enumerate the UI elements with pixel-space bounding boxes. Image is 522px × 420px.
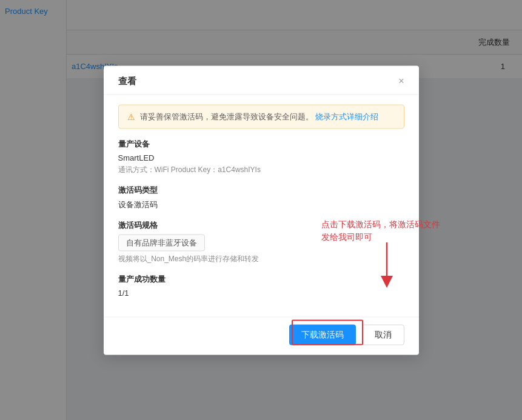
modal-body: 量产设备 SmartLED 通讯方式：WiFi Product Key：a1C4… — [104, 128, 419, 316]
spec-hint: 视频将以_Non_Mesh的码率进行存储和转发 — [118, 253, 404, 264]
mass-device-sub: 通讯方式：WiFi Product Key：a1C4wshIYIs — [118, 164, 404, 175]
mass-device-section: 量产设备 SmartLED 通讯方式：WiFi Product Key：a1C4… — [118, 138, 404, 175]
mass-count-value: 1/1 — [118, 288, 404, 297]
warning-icon: ⚠ — [127, 112, 135, 121]
activation-type-value: 设备激活码 — [118, 199, 404, 210]
download-button[interactable]: 下载激活码 — [289, 324, 356, 345]
close-icon[interactable]: × — [398, 76, 404, 86]
activation-spec-section: 激活码规格 自有品牌非蓝牙设备 视频将以_Non_Mesh的码率进行存储和转发 — [118, 219, 404, 264]
mass-count-label: 量产成功数量 — [118, 273, 404, 284]
mass-device-value: SmartLED — [118, 153, 404, 162]
modal-title: 查看 — [118, 75, 136, 87]
activation-type-section: 激活码类型 设备激活码 — [118, 184, 404, 210]
warning-text: 请妥善保管激活码，避免泄露导致设备安全问题。 烧录方式详细介绍 — [140, 111, 379, 122]
mass-device-label: 量产设备 — [118, 138, 404, 149]
spec-button: 自有品牌非蓝牙设备 — [118, 234, 205, 251]
activation-type-label: 激活码类型 — [118, 184, 404, 195]
cancel-button[interactable]: 取消 — [362, 324, 404, 345]
activation-spec-label: 激活码规格 — [118, 219, 404, 230]
modal-dialog: 查看 × ⚠ 请妥善保管激活码，避免泄露导致设备安全问题。 烧录方式详细介绍 量… — [104, 65, 419, 355]
modal-footer: 下载激活码 取消 — [104, 316, 419, 355]
mass-count-section: 量产成功数量 1/1 — [118, 273, 404, 297]
warning-link[interactable]: 烧录方式详细介绍 — [315, 112, 378, 121]
warning-banner: ⚠ 请妥善保管激活码，避免泄露导致设备安全问题。 烧录方式详细介绍 — [118, 104, 404, 128]
modal-header: 查看 × — [104, 65, 419, 95]
